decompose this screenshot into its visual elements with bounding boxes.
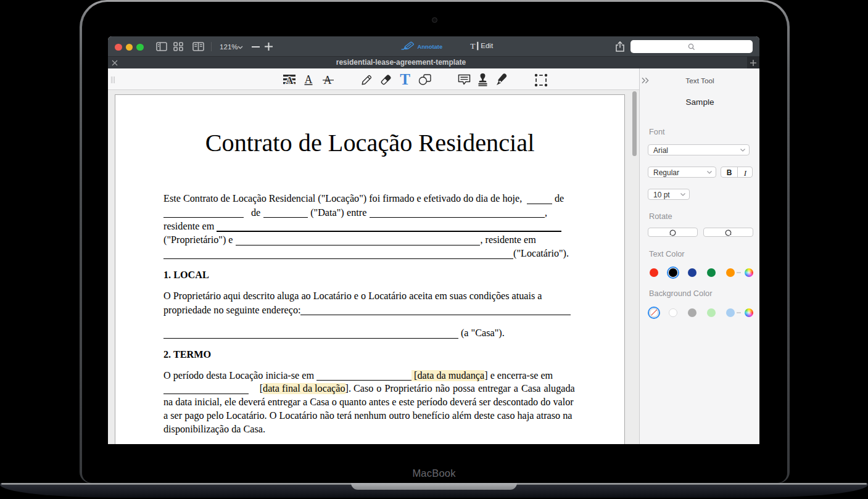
svg-text:A: A — [286, 75, 294, 86]
svg-text:A: A — [305, 74, 313, 86]
svg-text:T: T — [470, 41, 475, 51]
svg-text:T: T — [400, 73, 410, 86]
